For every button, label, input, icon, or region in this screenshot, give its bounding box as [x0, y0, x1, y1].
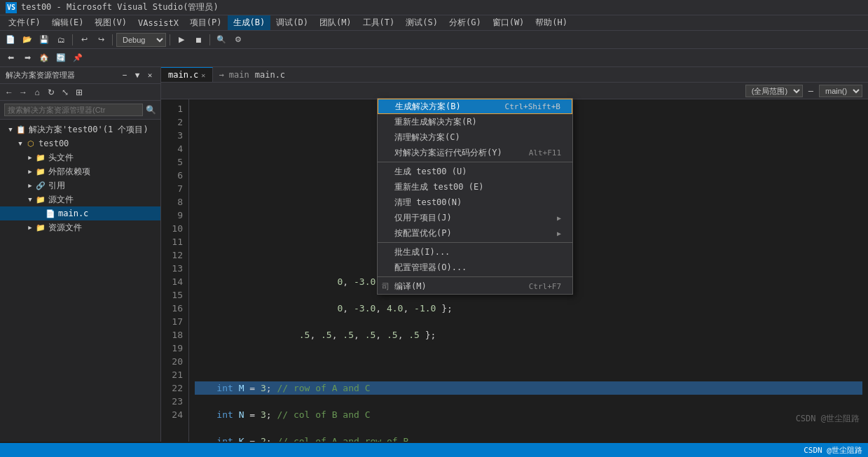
scope-right-combo[interactable]: main() — [819, 85, 862, 97]
start-button[interactable]: ▶ — [174, 33, 189, 47]
c-file-icon: 📄 — [45, 209, 56, 218]
toolbar2-btn2[interactable]: ➡ — [20, 51, 35, 65]
clean-solution-item[interactable]: 清理解决方案(C) — [378, 129, 572, 145]
config-combo[interactable]: Debug Release — [116, 33, 166, 47]
analyze-solution-label: 对解决方案运行代码分析(Y) — [394, 147, 502, 159]
clean-project-label: 清理 test00(N) — [394, 197, 462, 209]
tree-res-files[interactable]: ▶ 📁 资源文件 — [0, 220, 160, 234]
nav-home-btn[interactable]: ⌂ — [31, 86, 43, 99]
optimize-item[interactable]: 按配置优化(P) ▶ — [378, 225, 572, 241]
project-arrow: ▼ — [15, 139, 25, 148]
tab-main-c-label: main.c — [168, 70, 198, 80]
sidebar-options-btn[interactable]: ✕ — [145, 71, 155, 80]
scope-left-combo[interactable]: (全局范围) — [745, 85, 803, 97]
ext-deps-icon: 📁 — [35, 167, 46, 176]
menu-test[interactable]: 测试(S) — [400, 15, 443, 30]
settings-button[interactable]: ⚙ — [230, 33, 246, 47]
toolbar2-btn4[interactable]: 🔄 — [53, 51, 69, 65]
search-input[interactable] — [4, 104, 143, 116]
sep-1 — [378, 162, 572, 162]
tree-ext-deps[interactable]: ▶ 📁 外部依赖项 — [0, 164, 160, 178]
save-button[interactable]: 💾 — [36, 33, 52, 47]
code-line-13: int K = 2; // col of A and row of B — [195, 435, 862, 442]
header-icon: 📁 — [35, 153, 46, 162]
menu-tools[interactable]: 工具(T) — [357, 15, 401, 30]
sidebar-close-btn[interactable]: ▼ — [132, 71, 142, 80]
rebuild-solution-label: 重新生成解决方案(R) — [394, 116, 477, 128]
editor-tab-bar: main.c ✕ → main main.c — [161, 67, 868, 83]
analyze-solution-item[interactable]: 对解决方案运行代码分析(Y) Alt+F11 — [378, 145, 572, 160]
tab-close-btn[interactable]: ✕ — [201, 71, 205, 79]
compile-item[interactable]: 司 编译(M) Ctrl+F7 — [378, 279, 572, 294]
code-line-11: int M = 3; // row of A and C — [195, 381, 862, 395]
solution-icon: 📋 — [15, 125, 27, 134]
stop-button[interactable]: ⏹ — [191, 33, 206, 47]
project-only-label: 仅用于项目(J) — [394, 212, 452, 224]
sidebar-title: 解决方案资源管理器 — [6, 70, 75, 80]
tree-solution[interactable]: ▼ 📋 解决方案'test00'(1 个项目) — [0, 122, 160, 136]
tab-main-c[interactable]: main.c ✕ — [161, 67, 213, 82]
menu-file[interactable]: 文件(F) — [3, 15, 46, 30]
menu-debug[interactable]: 调试(D) — [270, 15, 314, 30]
new-button[interactable]: 📄 — [3, 33, 18, 47]
ext-deps-arrow: ▶ — [25, 167, 35, 176]
breadcrumb-text: → main — [219, 70, 249, 80]
menu-help[interactable]: 帮助(H) — [530, 15, 573, 30]
tree-refs[interactable]: ▶ 🔗 引用 — [0, 178, 160, 192]
menu-window[interactable]: 窗口(W) — [487, 15, 530, 30]
toolbar-2: ⬅ ➡ 🏠 🔄 📌 — [0, 49, 868, 67]
tree-main-c[interactable]: 📄 main.c — [0, 206, 160, 220]
tree-header-files[interactable]: ▶ 📁 头文件 — [0, 150, 160, 164]
editor-area: main.c ✕ → main main.c (全局范围) — main() 1… — [161, 67, 868, 442]
build-solution-label: 生成解决方案(B) — [395, 101, 461, 113]
toolbar2-btn5[interactable]: 📌 — [70, 51, 85, 65]
build-project-item[interactable]: 生成 test00 (U) — [378, 164, 572, 179]
menu-team[interactable]: 团队(M) — [314, 15, 357, 30]
nav-forward-btn[interactable]: → — [17, 86, 29, 99]
refs-arrow: ▶ — [25, 181, 35, 190]
compile-shortcut: Ctrl+F7 — [529, 282, 561, 291]
save-all-button[interactable]: 🗂 — [53, 33, 69, 47]
scope-sep: — — [808, 86, 813, 96]
breadcrumb-file: main.c — [255, 70, 285, 80]
project-only-item[interactable]: 仅用于项目(J) ▶ — [378, 210, 572, 225]
optimize-arrow: ▶ — [557, 230, 561, 237]
redo-button[interactable]: ↪ — [93, 33, 109, 47]
nav-collapse-btn[interactable]: ⤡ — [59, 86, 71, 99]
build-solution-item[interactable]: 生成解决方案(B) Ctrl+Shift+B — [378, 99, 572, 114]
sep-3 — [378, 276, 572, 277]
build-solution-shortcut: Ctrl+Shift+B — [505, 102, 560, 111]
sidebar-title-actions: − ▼ ✕ — [120, 71, 155, 80]
toolbar2-btn3[interactable]: 🏠 — [36, 51, 52, 65]
src-arrow: ▼ — [25, 195, 35, 204]
tree-src-files[interactable]: ▼ 📁 源文件 — [0, 192, 160, 206]
nav-back-btn[interactable]: ← — [3, 86, 15, 99]
res-arrow: ▶ — [25, 223, 35, 232]
menu-vassistx[interactable]: VAssistX — [132, 17, 184, 29]
sep4 — [209, 34, 210, 45]
menu-view[interactable]: 视图(V) — [89, 15, 132, 30]
find-button[interactable]: 🔍 — [214, 33, 229, 47]
tree-project[interactable]: ▼ ⬡ test00 — [0, 136, 160, 150]
toolbar2-btn1[interactable]: ⬅ — [3, 51, 18, 65]
batch-build-label: 批生成(I)... — [394, 246, 450, 258]
main-c-arrow — [35, 209, 45, 218]
menu-analyze[interactable]: 分析(G) — [443, 15, 487, 30]
undo-button[interactable]: ↩ — [76, 33, 92, 47]
rebuild-project-item[interactable]: 重新生成 test00 (E) — [378, 179, 572, 195]
solution-arrow: ▼ — [6, 125, 15, 134]
open-button[interactable]: 📂 — [20, 33, 35, 47]
menu-project[interactable]: 项目(P) — [184, 15, 228, 30]
clean-project-item[interactable]: 清理 test00(N) — [378, 195, 572, 210]
config-manager-item[interactable]: 配置管理器(O)... — [378, 260, 572, 275]
rebuild-solution-item[interactable]: 重新生成解决方案(R) — [378, 114, 572, 129]
nav-filter-btn[interactable]: ⊞ — [73, 86, 85, 99]
menu-edit[interactable]: 编辑(E) — [46, 15, 90, 30]
batch-build-item[interactable]: 批生成(I)... — [378, 244, 572, 260]
main-layout: 解决方案资源管理器 − ▼ ✕ ← → ⌂ ↻ ⤡ ⊞ 🔍 ▼ 📋 — [0, 67, 868, 442]
menu-build[interactable]: 生成(B) — [228, 15, 271, 30]
watermark: CSDN @世尘阻路 — [796, 413, 860, 425]
sidebar-pin-btn[interactable]: − — [120, 71, 130, 80]
nav-refresh-btn[interactable]: ↻ — [45, 86, 57, 99]
title-text: test00 - Microsoft Visual Studio(管理员) — [21, 1, 219, 13]
